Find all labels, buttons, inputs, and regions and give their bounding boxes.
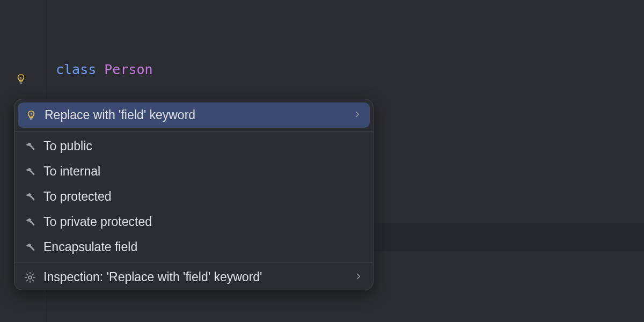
intention-label: To internal [43, 164, 363, 179]
svg-rect-6 [30, 118, 33, 119]
svg-rect-3 [20, 83, 22, 83]
svg-rect-9 [30, 170, 35, 175]
svg-rect-11 [30, 221, 35, 226]
hammer-icon [24, 141, 36, 152]
intention-label: Replace with 'field' keyword [45, 108, 345, 122]
bulb-icon [25, 109, 37, 121]
hammer-icon [24, 241, 36, 253]
svg-point-1 [20, 79, 21, 80]
svg-rect-12 [30, 246, 35, 251]
intention-label: To protected [43, 189, 363, 204]
separator [14, 131, 373, 131]
svg-rect-10 [30, 195, 35, 201]
hammer-icon [24, 191, 36, 203]
intention-popup[interactable]: Replace with 'field' keywordTo publicTo … [14, 99, 374, 290]
code-line [47, 307, 644, 322]
hammer-icon [24, 166, 36, 178]
intention-item[interactable]: Replace with 'field' keyword [18, 103, 370, 128]
svg-rect-2 [19, 82, 23, 82]
chevron-right-icon [353, 108, 362, 122]
keyword-class: class [56, 62, 104, 77]
intention-item[interactable]: Encapsulate field [14, 235, 373, 260]
intention-item[interactable]: Inspection: 'Replace with 'field' keywor… [14, 265, 373, 290]
code-line: class Person [47, 56, 644, 84]
intention-label: To private protected [43, 215, 363, 229]
intention-item[interactable]: To internal [14, 159, 373, 184]
hammer-icon [24, 216, 36, 228]
intention-label: To public [43, 139, 363, 153]
intention-item[interactable]: To protected [14, 184, 373, 209]
intention-item[interactable]: To private protected [14, 209, 373, 235]
svg-point-5 [31, 115, 32, 116]
intention-label: Inspection: 'Replace with 'field' keywor… [43, 270, 346, 284]
separator [14, 262, 373, 262]
intention-label: Encapsulate field [43, 240, 363, 254]
intention-item[interactable]: To public [14, 134, 373, 159]
svg-rect-7 [30, 119, 32, 120]
svg-rect-8 [30, 145, 35, 150]
svg-point-13 [28, 276, 32, 279]
type-name: Person [104, 62, 152, 77]
bulb-icon[interactable] [15, 73, 27, 85]
gear-icon [24, 272, 36, 283]
chevron-right-icon [354, 270, 363, 284]
